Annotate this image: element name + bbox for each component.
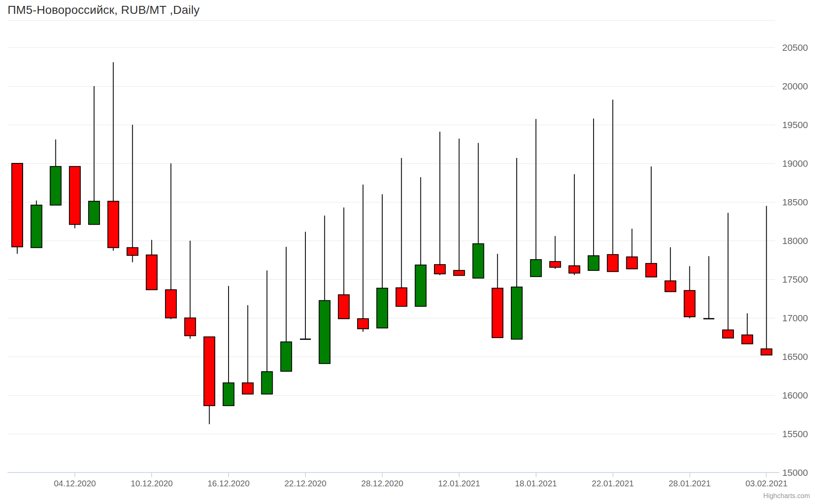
candle-18.01.2021[interactable]	[531, 119, 542, 276]
candle-08.12.2020[interactable]	[108, 62, 119, 251]
candle-04.12.2020[interactable]	[69, 166, 80, 228]
candle-body-bullish	[473, 244, 484, 278]
x-axis-label: 22.01.2021	[592, 479, 634, 488]
candle-body-bullish	[223, 383, 234, 406]
y-axis-label: 15500	[782, 429, 808, 439]
candle-28.12.2020[interactable]	[377, 194, 388, 328]
candle-07.12.2020[interactable]	[89, 86, 100, 224]
candle-24.12.2020[interactable]	[338, 207, 349, 319]
candle-21.01.2021[interactable]	[588, 118, 599, 270]
y-axis-label: 19500	[782, 120, 808, 130]
candle-body-bearish	[434, 265, 445, 274]
candle-body-bearish	[127, 248, 138, 255]
candle-18.12.2020[interactable]	[261, 270, 272, 394]
y-axis-label: 20000	[782, 81, 808, 92]
candle-body-bearish	[69, 166, 80, 224]
candle-03.02.2021[interactable]	[761, 206, 772, 355]
candle-15.12.2020[interactable]	[204, 337, 215, 424]
candle-body-bearish	[626, 257, 637, 269]
candle-body-bearish	[166, 290, 176, 318]
y-axis-label: 20500	[782, 42, 808, 53]
candle-body-bullish	[531, 260, 542, 276]
candle-body-bullish	[31, 205, 42, 247]
candle-body-bearish	[684, 291, 695, 317]
candle-body-bearish	[358, 319, 368, 329]
candle-body-bearish	[492, 288, 503, 338]
candle-26.01.2021[interactable]	[646, 166, 657, 277]
candle-27.01.2021[interactable]	[665, 247, 676, 292]
x-axis-label: 03.02.2021	[745, 479, 787, 488]
candle-body-bullish	[261, 372, 272, 394]
x-axis-label: 10.12.2020	[131, 479, 173, 488]
chart-title: ПМ5-Новороссийск, RUB/MT ,Daily	[8, 3, 200, 17]
candle-body-bearish	[569, 266, 580, 273]
candle-body-bearish	[549, 262, 560, 268]
candle-body-bullish	[50, 166, 61, 205]
candle-body-bullish	[377, 288, 388, 328]
candle-body-bearish	[761, 349, 772, 355]
candle-body-bearish	[185, 318, 196, 336]
candle-10.12.2020[interactable]	[146, 240, 157, 290]
candle-14.01.2021[interactable]	[492, 254, 503, 338]
candle-25.01.2021[interactable]	[626, 228, 637, 269]
y-axis-label: 18500	[782, 197, 808, 207]
plot-area: 2050020000195001900018500180001750017000…	[0, 0, 815, 504]
x-axis-label: 04.12.2020	[54, 479, 96, 488]
candlestick-chart: ПМ5-Новороссийск, RUB/MT ,Daily 20500200…	[0, 0, 815, 504]
candle-body-bearish	[108, 201, 119, 247]
y-axis-label: 18000	[782, 236, 808, 246]
candle-02.12.2020[interactable]	[31, 200, 42, 247]
candle-body-bearish	[646, 263, 657, 277]
candle-09.12.2020[interactable]	[127, 125, 138, 262]
x-axis-label: 16.12.2020	[208, 479, 250, 488]
x-axis-label: 18.01.2021	[515, 479, 557, 488]
candle-22.01.2021[interactable]	[607, 100, 618, 271]
candle-body-bullish	[511, 287, 522, 339]
candle-body-bearish	[242, 383, 253, 394]
x-axis-label: 22.12.2020	[284, 479, 326, 488]
x-axis-label: 28.12.2020	[361, 479, 403, 488]
candle-body-bearish	[12, 163, 23, 247]
candle-03.12.2020[interactable]	[50, 139, 61, 205]
candle-22.12.2020[interactable]	[300, 232, 311, 340]
candle-29.01.2021[interactable]	[703, 256, 714, 320]
candle-23.12.2020[interactable]	[319, 215, 330, 363]
candle-01.12.2020[interactable]	[12, 163, 23, 254]
candle-25.12.2020[interactable]	[358, 185, 368, 332]
candle-body-bearish	[665, 281, 676, 292]
candle-11.01.2021[interactable]	[434, 132, 445, 275]
candle-body-bullish	[281, 342, 292, 371]
candle-19.01.2021[interactable]	[549, 236, 560, 269]
candle-28.01.2021[interactable]	[684, 266, 695, 318]
y-axis-label: 16500	[782, 352, 808, 362]
candle-doji-dash	[300, 339, 311, 340]
candle-body-bearish	[204, 337, 215, 406]
candle-21.12.2020[interactable]	[281, 247, 292, 371]
candle-01.02.2021[interactable]	[723, 213, 734, 338]
candle-17.12.2020[interactable]	[242, 305, 253, 394]
highcharts-credit-link[interactable]: Highcharts.com	[763, 492, 810, 500]
candle-15.01.2021[interactable]	[511, 158, 522, 339]
candle-body-bullish	[415, 265, 426, 306]
candle-body-bullish	[588, 256, 599, 270]
candle-body-bearish	[454, 270, 465, 276]
candle-20.01.2021[interactable]	[569, 174, 580, 275]
candle-body-bearish	[338, 295, 349, 319]
y-axis-label: 17500	[782, 274, 808, 285]
candle-30.12.2020[interactable]	[415, 177, 426, 306]
x-axis-label: 28.01.2021	[668, 479, 710, 488]
x-axis-label: 12.01.2021	[438, 479, 480, 488]
candle-16.12.2020[interactable]	[223, 286, 234, 406]
candle-14.12.2020[interactable]	[185, 241, 196, 339]
candle-body-bearish	[723, 330, 734, 338]
y-axis-label: 16000	[782, 390, 808, 401]
candle-body-bullish	[319, 301, 330, 364]
candle-body-bullish	[89, 201, 100, 224]
y-axis-label: 17000	[782, 313, 808, 323]
candle-11.12.2020[interactable]	[166, 163, 176, 319]
candle-29.12.2020[interactable]	[396, 158, 407, 306]
candle-body-bearish	[146, 255, 157, 290]
candle-12.01.2021[interactable]	[454, 139, 465, 276]
candle-body-bearish	[607, 255, 618, 271]
candle-body-bearish	[742, 335, 753, 344]
